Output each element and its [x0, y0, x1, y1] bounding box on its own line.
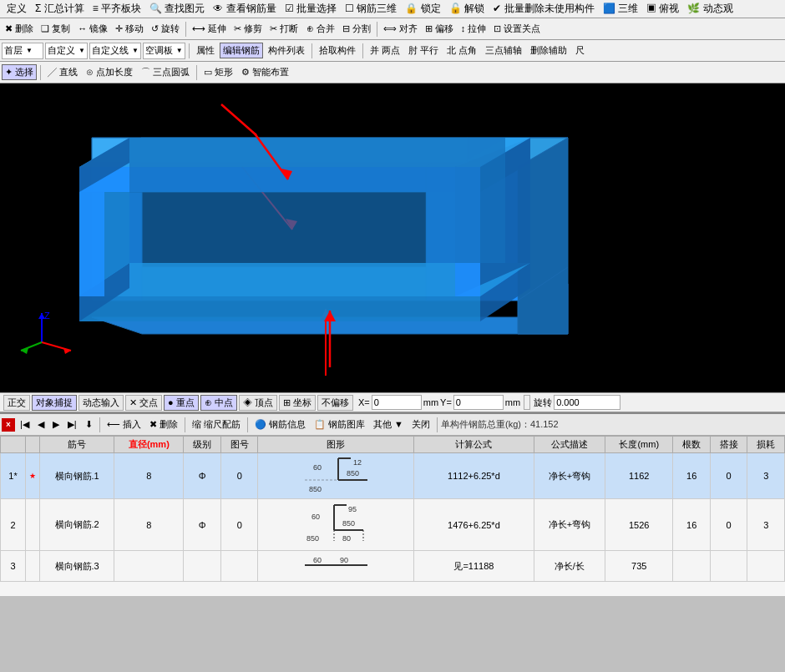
component-dropdown[interactable]: 空调板 [143, 43, 185, 59]
btn-two-point[interactable]: 并 两点 [367, 43, 403, 58]
menu-sum[interactable]: Σ 汇总计算 [32, 1, 88, 17]
custom-line-dropdown[interactable]: 自定义线 [89, 43, 141, 59]
row-name-3: 横向钢筋.3 [40, 551, 114, 582]
btn-delete[interactable]: ✖ 删除 [2, 21, 37, 37]
col-loss: 损耗 [747, 437, 785, 453]
sep-bottom1 [99, 417, 100, 432]
svg-text:850: 850 [342, 519, 355, 528]
rebar-table[interactable]: 筋号 直径(mm) 级别 图号 图形 计算公式 公式描述 长度(mm) 根数 搭… [0, 436, 785, 596]
btn-trim[interactable]: ✂ 修剪 [230, 21, 266, 37]
menu-rebar-3d[interactable]: ☐ 钢筋三维 [342, 1, 400, 17]
menu-lock[interactable]: 🔒 锁定 [402, 1, 443, 17]
btn-rebar-lib[interactable]: 📋 钢筋图库 [311, 417, 368, 432]
row-count-2: 16 [673, 499, 711, 551]
table-row[interactable]: 3 横向钢筋.3 60 90 见=11188 净长/长 [1, 551, 785, 582]
menu-3d[interactable]: 🟦 三维 [600, 1, 641, 17]
x-input[interactable]: 0 [372, 395, 422, 410]
svg-text:60: 60 [311, 513, 320, 521]
menu-dynamic[interactable]: 🌿 动态观 [684, 1, 736, 17]
btn-nav-first[interactable]: |◀ [17, 417, 33, 432]
btn-point-length[interactable]: ⊙ 点加长度 [83, 64, 136, 80]
btn-snap[interactable]: 对象捕捉 [32, 395, 77, 411]
menu-define[interactable]: 定义 [3, 1, 30, 17]
btn-pick-component[interactable]: 拾取构件 [316, 43, 359, 58]
btn-ortho[interactable]: 正交 [3, 395, 30, 411]
row-splice-2: 0 [710, 499, 747, 551]
btn-select[interactable]: ✦ 选择 [2, 64, 37, 80]
btn-insert[interactable]: ⟵ 插入 [104, 417, 144, 432]
btn-line[interactable]: ╱ 直线 [44, 64, 81, 80]
menu-find[interactable]: 🔍 查找图元 [146, 1, 208, 17]
row-length-1: 1162 [605, 453, 673, 499]
menu-view-rebar[interactable]: 👁 查看钢筋量 [210, 1, 279, 17]
btn-smart-layout[interactable]: ⚙ 智能布置 [238, 64, 292, 80]
btn-break[interactable]: ✂ 打断 [266, 21, 301, 37]
svg-text:60: 60 [313, 463, 322, 472]
col-splice: 搭接 [710, 437, 747, 453]
btn-vertex-snap[interactable]: ◈ 顶点 [239, 395, 277, 411]
table-row[interactable]: 2 横向钢筋.2 8 Φ 0 60 95 85 [1, 499, 785, 551]
btn-rebar-info[interactable]: 🔵 钢筋信息 [251, 417, 309, 432]
row-desc-2: 净长+弯钩 [534, 499, 605, 551]
layer-dropdown[interactable]: 首层 [2, 43, 43, 59]
menu-align[interactable]: ≡ 平齐板块 [89, 1, 144, 17]
btn-ruler[interactable]: 尺 [572, 43, 588, 58]
btn-set-point[interactable]: ⊡ 设置关点 [490, 21, 544, 37]
btn-nav-next[interactable]: ▶ [49, 417, 63, 432]
btn-row-delete[interactable]: ✖ 删除 [146, 417, 181, 432]
btn-rotate[interactable]: ↺ 旋转 [148, 21, 183, 37]
btn-edit-rebar[interactable]: 编辑钢筋 [220, 43, 263, 58]
row-loss-2: 3 [747, 499, 785, 551]
btn-delete-aux[interactable]: 删除辅助 [527, 43, 570, 58]
btn-move[interactable]: ✛ 移动 [112, 21, 147, 37]
btn-no-offset[interactable]: 不偏移 [317, 395, 353, 411]
table-row[interactable]: 1* ★ 横向钢筋.1 8 Φ 0 [1, 453, 785, 499]
btn-split[interactable]: ⊟ 分割 [339, 21, 374, 37]
btn-properties[interactable]: 属性 [193, 43, 218, 58]
btn-component-list[interactable]: 构件列表 [265, 43, 308, 58]
btn-three-axis[interactable]: 三点辅轴 [482, 43, 525, 58]
btn-extend[interactable]: ⟷ 延伸 [189, 21, 230, 37]
btn-center-snap[interactable]: ⊕ 中点 [200, 395, 237, 411]
y-input[interactable]: 0 [453, 395, 504, 410]
panel-close-btn[interactable]: × [2, 418, 15, 432]
rotate-checkbox[interactable] [524, 395, 530, 410]
btn-three-arc[interactable]: ⌒ 三点圆弧 [138, 64, 193, 80]
menu-batch-select[interactable]: ☑ 批量选择 [281, 1, 340, 17]
row-grade-2: Φ [184, 499, 221, 551]
btn-nav-last[interactable]: ▶| [64, 417, 80, 432]
btn-scale-rebar[interactable]: 缩 缩尺配筋 [189, 417, 244, 432]
row-dia-1: 8 [114, 453, 184, 499]
btn-intersection[interactable]: ✕ 交点 [125, 395, 162, 411]
toolbar-layer: 首层 自定义 自定义线 空调板 属性 编辑钢筋 构件列表 拾取构件 并 两点 肘… [0, 40, 785, 62]
svg-text:95: 95 [348, 505, 357, 513]
menu-top-view[interactable]: ▣ 俯视 [643, 1, 682, 17]
btn-mirror[interactable]: ↔ 镜像 [74, 21, 111, 37]
btn-copy[interactable]: ❑ 复制 [38, 21, 73, 37]
type-dropdown[interactable]: 自定义 [45, 43, 88, 59]
btn-midpoint-snap[interactable]: ● 重点 [164, 395, 199, 411]
row-name-2: 横向钢筋.2 [40, 499, 114, 551]
btn-stretch[interactable]: ↕ 拉伸 [458, 21, 490, 37]
btn-rect[interactable]: ▭ 矩形 [200, 64, 236, 80]
btn-coord-snap[interactable]: ⊞ 坐标 [279, 395, 316, 411]
btn-parallel[interactable]: 肘 平行 [405, 43, 442, 58]
sep-bottom4 [437, 417, 438, 432]
btn-close-panel[interactable]: 关闭 [408, 417, 433, 432]
viewport-3d[interactable]: Z [0, 83, 785, 392]
btn-nav-prev[interactable]: ◀ [34, 417, 48, 432]
btn-other[interactable]: 其他 ▼ [370, 417, 407, 432]
col-diameter[interactable]: 直径(mm) [114, 437, 184, 453]
btn-merge[interactable]: ⊕ 合并 [303, 21, 338, 37]
row-grade-1: Φ [184, 453, 221, 499]
btn-point-angle[interactable]: 北 点角 [443, 43, 480, 58]
rotate-input[interactable]: 0.000 [554, 395, 620, 410]
btn-nav-down[interactable]: ⬇ [82, 417, 96, 432]
btn-dynamic-input[interactable]: 动态输入 [78, 395, 124, 411]
btn-offset[interactable]: ⊞ 偏移 [422, 21, 457, 37]
svg-text:850: 850 [347, 469, 359, 477]
menu-batch-delete[interactable]: ✔ 批量删除未使用构件 [489, 1, 597, 17]
sep1 [185, 22, 186, 37]
btn-align[interactable]: ⟺ 对齐 [380, 21, 421, 37]
menu-unlock[interactable]: 🔓 解锁 [446, 1, 488, 17]
